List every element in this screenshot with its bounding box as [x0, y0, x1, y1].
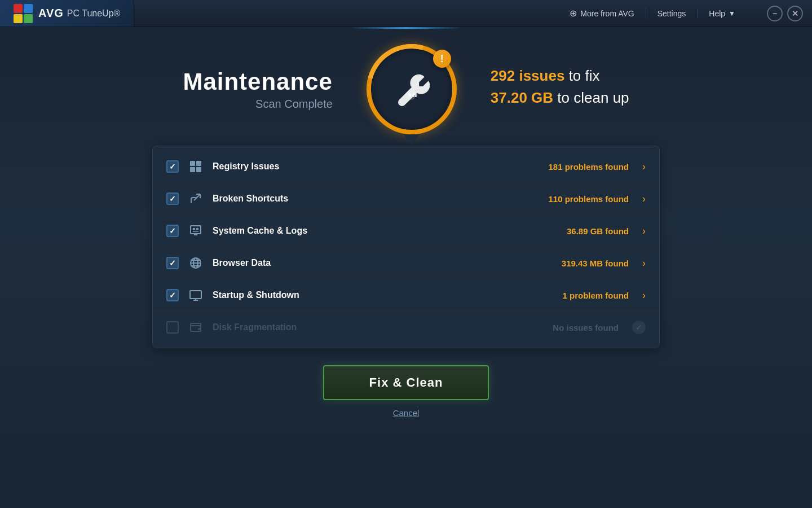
logo-sq-green — [24, 14, 33, 23]
svg-rect-5 — [196, 161, 201, 166]
svg-rect-18 — [190, 291, 201, 299]
logo-area: AVG PC TuneUp® — [0, 0, 134, 27]
avg-logo-subtext: PC TuneUp® — [67, 8, 121, 19]
disk-icon — [188, 319, 204, 335]
registry-label: Registry Issues — [213, 161, 539, 172]
maintenance-title-area: Maintenance Scan Complete — [183, 68, 332, 111]
checkbox-shortcuts[interactable]: ✓ — [166, 192, 179, 205]
svg-point-0 — [405, 90, 416, 100]
cache-label: System Cache & Logs — [213, 226, 558, 236]
scan-row-browser: ✓ Browser Data 319.43 MB found › — [153, 247, 659, 279]
cleanup-count: 37.20 GB — [491, 89, 553, 106]
checkbox-browser[interactable]: ✓ — [166, 257, 179, 269]
settings-button[interactable]: Settings — [646, 9, 698, 18]
shortcuts-result: 110 problems found — [548, 194, 629, 204]
startup-label: Startup & Shutdown — [213, 290, 554, 300]
chevron-down-icon: ▼ — [729, 10, 735, 17]
cache-icon — [188, 223, 204, 239]
scan-row-shortcuts: ✓ Broken Shortcuts 110 problems found › — [153, 183, 659, 215]
scan-row-startup: ✓ Startup & Shutdown 1 problem found › — [153, 279, 659, 312]
registry-chevron[interactable]: › — [642, 161, 646, 173]
checkbox-registry[interactable]: ✓ — [166, 160, 179, 173]
svg-rect-12 — [194, 234, 197, 235]
checkmark-browser: ✓ — [169, 259, 176, 268]
scan-row-registry: ✓ Registry Issues 181 problems found › — [153, 151, 659, 183]
titlebar-right: ⊕ More from AVG Settings Help ▼ − ✕ — [558, 6, 803, 21]
cache-result: 36.89 GB found — [567, 226, 629, 236]
cache-chevron[interactable]: › — [642, 225, 646, 237]
window-controls: − ✕ — [767, 6, 803, 21]
issues-cleanup-line: 37.20 GB to clean up — [491, 89, 629, 107]
shortcuts-chevron[interactable]: › — [642, 193, 646, 205]
more-from-avg-label: More from AVG — [580, 9, 634, 18]
svg-rect-7 — [196, 167, 201, 172]
checkmark-cache: ✓ — [169, 226, 176, 235]
plus-icon: ⊕ — [570, 8, 577, 19]
shortcuts-label: Broken Shortcuts — [213, 194, 539, 204]
page-title: Maintenance — [183, 68, 332, 95]
browser-result: 319.43 MB found — [562, 259, 629, 268]
disk-label: Disk Fragmentation — [213, 322, 544, 332]
help-label: Help — [709, 9, 725, 18]
main-content: Maintenance Scan Complete ! — [0, 27, 812, 508]
more-from-avg-button[interactable]: ⊕ More from AVG — [558, 8, 646, 19]
issues-fix-line: 292 issues to fix — [491, 67, 629, 85]
svg-rect-8 — [191, 226, 201, 234]
disk-result: No issues found — [553, 323, 619, 332]
top-accent — [350, 27, 462, 29]
startup-icon — [188, 287, 204, 303]
checkmark-shortcuts: ✓ — [169, 194, 176, 203]
logo-sq-blue — [24, 4, 33, 13]
wrench-icon — [392, 69, 431, 109]
svg-rect-4 — [190, 161, 195, 166]
minimize-button[interactable]: − — [767, 6, 783, 21]
scan-row-disk: Disk Fragmentation No issues found ✓ — [153, 312, 659, 343]
checkmark-startup: ✓ — [169, 291, 176, 300]
titlebar: AVG PC TuneUp® ⊕ More from AVG Settings … — [0, 0, 812, 27]
no-issue-check: ✓ — [632, 321, 646, 334]
status-ring: ! — [367, 44, 457, 134]
svg-rect-10 — [196, 228, 198, 230]
titlebar-left: AVG PC TuneUp® — [0, 0, 134, 27]
logo-sq-red — [14, 4, 23, 13]
startup-result: 1 problem found — [563, 291, 629, 300]
cancel-button[interactable]: Cancel — [393, 408, 420, 418]
svg-rect-9 — [193, 228, 195, 230]
page-subtitle: Scan Complete — [183, 98, 332, 111]
issues-area: 292 issues to fix 37.20 GB to clean up — [491, 67, 629, 111]
browser-label: Browser Data — [213, 258, 553, 268]
issues-count: 292 issues — [491, 67, 565, 84]
logo-sq-yellow — [14, 14, 23, 23]
svg-point-23 — [198, 328, 200, 330]
svg-marker-1 — [409, 93, 413, 97]
svg-rect-3 — [415, 93, 417, 97]
shortcuts-icon — [188, 191, 204, 207]
fix-clean-button[interactable]: Fix & Clean — [323, 365, 489, 400]
svg-rect-11 — [193, 231, 198, 232]
checkbox-startup[interactable]: ✓ — [166, 289, 179, 301]
registry-result: 181 problems found — [548, 162, 629, 172]
header-section: Maintenance Scan Complete ! — [183, 44, 629, 134]
status-icon-wrapper: ! — [367, 44, 457, 134]
avg-logo-icon — [14, 4, 33, 23]
issues-fix-suffix: to fix — [569, 67, 600, 84]
checkmark-registry: ✓ — [169, 162, 176, 171]
scan-panel: ✓ Registry Issues 181 problems found › ✓… — [152, 146, 660, 348]
checkbox-cache[interactable]: ✓ — [166, 225, 179, 237]
svg-rect-6 — [190, 167, 195, 172]
circle-pointer — [404, 134, 420, 144]
browser-chevron[interactable]: › — [642, 257, 646, 269]
scan-row-cache: ✓ System Cache & Logs 36.89 GB found › — [153, 215, 659, 247]
no-issue-checkmark: ✓ — [636, 323, 642, 332]
browser-icon — [188, 255, 204, 271]
cleanup-suffix: to clean up — [557, 89, 629, 106]
close-button[interactable]: ✕ — [787, 6, 803, 21]
startup-chevron[interactable]: › — [642, 290, 646, 301]
checkbox-disk[interactable] — [166, 321, 179, 334]
registry-icon — [188, 159, 204, 174]
alert-badge: ! — [433, 50, 451, 68]
help-button[interactable]: Help ▼ — [698, 9, 747, 18]
settings-label: Settings — [657, 9, 686, 18]
avg-logo-text: AVG — [38, 7, 64, 20]
svg-rect-2 — [413, 93, 414, 97]
